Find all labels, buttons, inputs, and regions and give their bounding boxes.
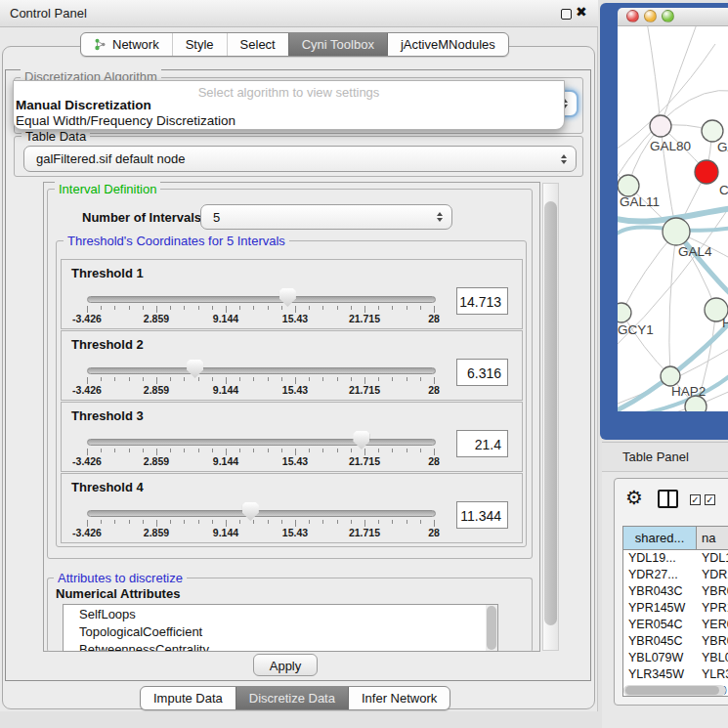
- tab-infer-network[interactable]: Infer Network: [348, 687, 450, 709]
- horizontal-scrollbar-thumb[interactable]: [625, 686, 719, 695]
- table-row[interactable]: YBR045CYBR0: [623, 633, 728, 650]
- threshold-value-input[interactable]: 21.4: [456, 430, 508, 457]
- close-icon[interactable]: ✖: [576, 4, 587, 20]
- slider-tick: [420, 520, 421, 524]
- list-scrollbar-thumb[interactable]: [487, 606, 496, 650]
- tab-impute-data[interactable]: Impute Data: [141, 687, 236, 709]
- minimize-traffic-light[interactable]: [644, 10, 657, 22]
- attribute-list-item[interactable]: TopologicalCoefficient: [79, 624, 202, 639]
- slider-tick: [337, 377, 338, 381]
- slider-track[interactable]: [87, 367, 436, 374]
- slider-tick: [170, 449, 171, 452]
- bottom-tab-bar: Impute DataDiscretize DataInfer Network: [140, 686, 450, 710]
- tab-discretize-data[interactable]: Discretize Data: [236, 687, 348, 709]
- cell-name: YBR0: [702, 634, 728, 648]
- slider-tick: [434, 449, 435, 455]
- close-traffic-light[interactable]: [626, 10, 639, 22]
- cell-name: YBL0: [702, 651, 728, 664]
- network-node[interactable]: [661, 366, 680, 386]
- table-row[interactable]: YDR27...YDR2: [623, 567, 728, 583]
- column-header-name[interactable]: na: [696, 527, 728, 550]
- table-row[interactable]: YLR345WYLR3: [623, 666, 728, 683]
- network-node-label: GA: [717, 140, 728, 154]
- slider-tick: [322, 449, 323, 452]
- tick-label: 15.43: [268, 313, 322, 324]
- slider-tick: [87, 306, 88, 313]
- table-row[interactable]: YPR145WYPR1: [623, 600, 728, 617]
- attribute-list-item[interactable]: SelfLoops: [79, 607, 136, 621]
- column-header-shared-name[interactable]: shared...: [623, 527, 696, 550]
- zoom-traffic-light[interactable]: [662, 10, 674, 22]
- slider-track[interactable]: [87, 439, 436, 446]
- threshold-value-input[interactable]: 6.316: [456, 359, 508, 386]
- threshold-label: Threshold 2: [71, 337, 144, 352]
- attribute-list-item[interactable]: BetweennessCentrality: [79, 642, 209, 652]
- network-node[interactable]: [685, 396, 707, 411]
- slider-tick: [378, 449, 379, 452]
- vertical-scrollbar-thumb[interactable]: [544, 201, 557, 625]
- tab-select[interactable]: Select: [227, 33, 288, 56]
- slider-tick: [351, 449, 352, 452]
- threshold-value-input[interactable]: 14.713: [456, 287, 508, 315]
- slider-track[interactable]: [87, 296, 436, 303]
- node-table: shared... na YDL19...YDL1YDR27...YDR2YBR…: [622, 526, 728, 697]
- tick-label: 28: [407, 313, 461, 324]
- network-node[interactable]: [695, 160, 718, 184]
- slider-tick: [101, 449, 102, 452]
- slider-tick: [378, 377, 379, 381]
- slider-tick: [351, 520, 352, 524]
- tick-label: 21.715: [337, 384, 392, 396]
- tab-cyni-toolbox[interactable]: Cyni Toolbox: [288, 33, 387, 56]
- network-node-label: GCY1: [618, 322, 654, 337]
- network-node[interactable]: [618, 175, 639, 196]
- network-node[interactable]: [650, 115, 671, 137]
- table-data-combobox[interactable]: galFiltered.sif default node: [23, 146, 577, 172]
- tab-style[interactable]: Style: [172, 33, 227, 56]
- float-window-icon[interactable]: [561, 9, 572, 20]
- slider-tick: [295, 306, 296, 313]
- tab-network[interactable]: Network: [81, 33, 172, 56]
- slider-track[interactable]: [87, 510, 436, 517]
- cell-shared-name: YBL079W: [628, 651, 683, 664]
- thresholds-group-label: Threshold's Coordinates for 5 Intervals: [64, 234, 289, 248]
- tab-jactivemnodules[interactable]: jActiveMNodules: [387, 33, 508, 56]
- slider-tick: [434, 377, 435, 384]
- cell-name: YDR2: [702, 568, 728, 581]
- slider-tick: [114, 377, 115, 381]
- slider-tick: [351, 377, 352, 381]
- tab-label: Network: [112, 37, 159, 52]
- network-node[interactable]: [663, 218, 690, 245]
- table-row[interactable]: YBR043CYBR0: [623, 583, 728, 600]
- table-row[interactable]: YBL079WYBL0: [623, 650, 728, 666]
- tick-label: 9.144: [198, 384, 253, 396]
- slider-tick: [114, 306, 115, 310]
- checkbox-icon[interactable]: ✓: [705, 494, 715, 505]
- slider-handle[interactable]: [353, 431, 369, 450]
- algorithm-option[interactable]: Manual Discretization: [16, 98, 151, 112]
- network-canvas[interactable]: GAL80GACGAL11GAL4GCY1HHAP2: [618, 26, 728, 411]
- split-columns-icon[interactable]: [658, 490, 678, 508]
- threshold-value-input[interactable]: 11.344: [456, 501, 508, 529]
- slider-handle[interactable]: [242, 502, 259, 521]
- table-row[interactable]: YDL19...YDL1: [623, 550, 728, 567]
- combo-stepper-icon: [437, 212, 443, 222]
- slider-handle[interactable]: [279, 288, 296, 307]
- slider-tick: [378, 520, 379, 524]
- algorithm-option[interactable]: Equal Width/Frequency Discretization: [16, 113, 236, 128]
- tick-label: 28: [407, 384, 461, 396]
- interval-definition-label: Interval Definition: [55, 182, 160, 196]
- slider-handle[interactable]: [187, 360, 203, 378]
- slider-tick: [420, 377, 421, 381]
- slider-tick: [420, 449, 421, 452]
- numerical-attributes-list[interactable]: SelfLoopsTopologicalCoefficientBetweenne…: [63, 604, 498, 652]
- gear-icon[interactable]: ⚙: [625, 486, 643, 509]
- network-node[interactable]: [702, 120, 723, 142]
- network-node[interactable]: [618, 303, 631, 322]
- slider-tick: [407, 449, 407, 452]
- tab-label: jActiveMNodules: [401, 37, 495, 52]
- apply-button[interactable]: Apply: [253, 654, 318, 676]
- checkbox-icon[interactable]: ✓: [690, 494, 701, 505]
- num-intervals-combobox[interactable]: 5: [200, 204, 452, 230]
- tick-label: 2.859: [129, 455, 184, 467]
- table-row[interactable]: YER054CYER0: [623, 617, 728, 633]
